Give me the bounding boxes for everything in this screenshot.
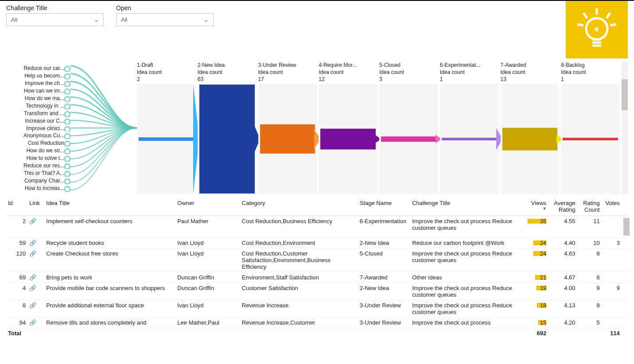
table-row[interactable]: 4 🔗 Provide mobile bar code scanners to … [6, 283, 628, 300]
cell-id: 59 [6, 238, 27, 248]
cell-avg: 4.40 [548, 238, 577, 248]
stage[interactable]: 5-Closed Idea count 3 [379, 62, 438, 194]
table-row[interactable]: 2 🔗 Implement self-checkout counters Pau… [6, 216, 628, 238]
scrollbar[interactable] [622, 62, 628, 194]
col-link[interactable]: Link [27, 197, 44, 216]
cell-scroll [622, 283, 628, 300]
total-views: 692 [526, 328, 548, 339]
col-category[interactable]: Category [240, 197, 358, 216]
ideas-table[interactable]: Id Link Idea Title Owner Category Stage … [0, 197, 634, 338]
cell-category: Cost Reduction,Business Efficiency [240, 216, 358, 238]
challenge-title-select[interactable]: All ⌄ [6, 13, 104, 26]
stage-header: 6-Experimentat... Idea count 1 [440, 62, 499, 83]
cell-stage: 6-Experimentation [358, 216, 410, 238]
cell-avg: 4.67 [548, 272, 577, 283]
cell-id: 69 [6, 272, 27, 283]
cell-owner: Ivan Lloyd [175, 238, 240, 248]
cell-link[interactable]: 🔗 [27, 300, 44, 318]
col-avg-rating[interactable]: Average Rating [548, 197, 577, 216]
stage-bar [442, 138, 497, 140]
col-id[interactable]: Id [6, 197, 27, 216]
challenge-item[interactable]: This or That? A... [6, 169, 70, 177]
challenge-item[interactable]: Increase our C... [6, 117, 70, 124]
challenge-item[interactable]: Technology in ... [6, 102, 70, 109]
cell-votes: 3 [602, 238, 622, 248]
cell-views: 18 [526, 300, 548, 318]
col-votes[interactable]: Votes [602, 197, 622, 216]
cell-views: 19 [526, 283, 548, 300]
cell-owner: Duncan Griffin [175, 283, 240, 300]
cell-challenge: Improve the check out process Reduce cus… [410, 283, 526, 300]
challenge-item[interactable]: How can we im... [6, 87, 70, 94]
flow-lines [70, 62, 137, 194]
cell-owner: Ivan Lloyd [175, 248, 240, 272]
table-row[interactable]: 69 🔗 Bring pets to work Duncan Griffin E… [6, 272, 628, 283]
challenge-item[interactable]: Cost Reduction [6, 139, 70, 147]
stage[interactable]: 4-Require Mor... Idea count 12 [319, 62, 377, 194]
total-votes: 114 [602, 328, 622, 339]
stage-bar [320, 129, 376, 150]
cell-id: 120 [6, 248, 27, 272]
challenge-list: Reduce our car...Help us becom...Improve… [6, 62, 70, 194]
cell-link[interactable]: 🔗 [27, 216, 44, 238]
cell-challenge: Improve the check out process Reduce cus… [410, 300, 526, 318]
challenge-item[interactable]: Anonymous Cu... [6, 132, 70, 139]
col-views[interactable]: Views▼ [526, 197, 548, 216]
challenge-item[interactable]: Transform and ... [6, 109, 70, 117]
stage-count: 1 [440, 76, 499, 83]
challenge-title-filter: Challenge Title All ⌄ [6, 4, 104, 26]
stage[interactable]: 3-Under Review Idea count 17 [258, 62, 317, 194]
col-rating-count[interactable]: Rating Count [577, 197, 602, 216]
funnel-visual[interactable]: Reduce our car...Help us becom...Improve… [0, 62, 634, 194]
stage-header: 8-Backlog Idea count 1 [561, 62, 620, 83]
table-row[interactable]: 59 🔗 Recycle student books Ivan Lloyd Co… [6, 238, 628, 248]
col-scroll [622, 197, 628, 216]
cell-category: Revenue Increase [240, 300, 358, 318]
cell-link[interactable]: 🔗 [27, 272, 44, 283]
stage-title: 2-New Idea [198, 62, 257, 69]
stage-header: 1-Draft Idea count 2 [137, 62, 196, 83]
challenge-item[interactable]: How to increas... [6, 184, 70, 192]
challenge-item[interactable]: How do we ma... [6, 94, 70, 102]
challenge-item[interactable]: Company Char... [6, 177, 70, 184]
table-row[interactable]: 94 🔗 Remove tills and stores completely … [6, 318, 628, 328]
challenge-item[interactable]: Help us becom... [6, 72, 70, 79]
cell-link[interactable]: 🔗 [27, 318, 44, 328]
cell-link[interactable]: 🔗 [27, 248, 44, 272]
stage[interactable]: 8-Backlog Idea count 1 [561, 62, 620, 194]
link-icon: 🔗 [29, 302, 36, 309]
open-select[interactable]: All ⌄ [116, 13, 214, 26]
stage[interactable]: 7-Awarded Idea count 13 [501, 62, 560, 194]
cell-scroll [622, 248, 628, 272]
challenge-item[interactable]: How to solve t... [6, 154, 70, 162]
challenge-item[interactable]: Reduce our car... [6, 64, 70, 72]
scroll-thumb[interactable] [623, 218, 630, 236]
cell-avg: 4.20 [548, 318, 577, 328]
stage[interactable]: 6-Experimentat... Idea count 1 [440, 62, 499, 194]
total-row: Total 692 114 [6, 328, 628, 339]
cell-idea-title: Provide mobile bar code scanners to shop… [44, 283, 175, 300]
stage[interactable]: 2-New Idea Idea count 63 [198, 62, 257, 194]
stage[interactable]: 1-Draft Idea count 2 [137, 62, 196, 194]
cell-link[interactable]: 🔗 [27, 238, 44, 248]
cell-scroll [622, 300, 628, 318]
col-challenge[interactable]: Challenge Title [410, 197, 526, 216]
stages: 1-Draft Idea count 2 2-New Idea Idea cou… [137, 62, 620, 194]
filter-label: Open [116, 4, 214, 12]
cell-challenge: Improve the check out process Reduce cus… [410, 216, 526, 238]
challenge-item[interactable]: Reduce our res... [6, 162, 70, 169]
challenge-item[interactable]: Improve clinici... [6, 124, 70, 132]
scroll-thumb[interactable] [622, 79, 628, 110]
cell-scroll [622, 318, 628, 328]
challenge-item[interactable]: How do we str... [6, 147, 70, 154]
table-row[interactable]: 120 🔗 Create Checkout free stores Ivan L… [6, 248, 628, 272]
table-row[interactable]: 8 🔗 Provide additional external floor sp… [6, 300, 628, 318]
stage-sub: Idea count [561, 69, 620, 76]
col-idea-title[interactable]: Idea Title [44, 197, 175, 216]
col-stage[interactable]: Stage Name [358, 197, 410, 216]
cell-link[interactable]: 🔗 [27, 283, 44, 300]
col-owner[interactable]: Owner [175, 197, 240, 216]
challenge-item[interactable]: Improve the ch... [6, 79, 70, 87]
cell-idea-title: Bring pets to work [44, 272, 175, 283]
stage-title: 6-Experimentat... [440, 62, 499, 69]
